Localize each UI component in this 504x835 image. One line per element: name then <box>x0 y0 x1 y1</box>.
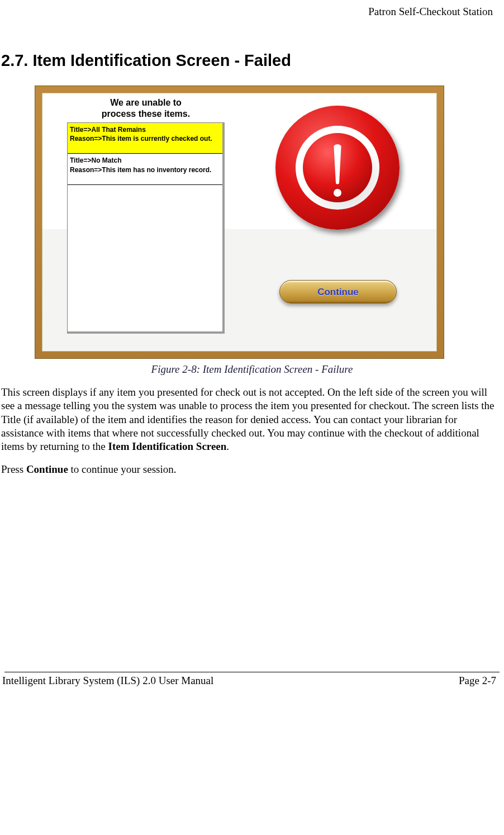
item-reason: Reason=>This item is currently checked o… <box>70 134 220 143</box>
continue-button[interactable]: Continue <box>279 280 397 303</box>
bold-term: Continue <box>26 463 68 475</box>
list-item[interactable]: Title=>No Match Reason=>This item has no… <box>68 154 222 184</box>
figure-caption: Figure 2-8: Item Identification Screen -… <box>0 359 504 386</box>
footer-left: Intelligent Library System (ILS) 2.0 Use… <box>2 675 213 687</box>
bold-term: Item Identification Screen <box>108 440 227 452</box>
unable-to-process-message: We are unable to process these items. <box>67 97 225 122</box>
footer-rule <box>4 672 500 672</box>
body-paragraph-1: This screen displays if any item you pre… <box>0 386 504 463</box>
screenshot-panel: We are unable to process these items. Ti… <box>42 93 437 352</box>
figure: We are unable to process these items. Ti… <box>0 86 504 359</box>
failed-items-list: Title=>All That Remains Reason=>This ite… <box>67 122 225 334</box>
alert-exclamation-icon <box>275 106 400 230</box>
body-paragraph-2: Press Continue to continue your session. <box>0 463 504 672</box>
running-header: Patron Self-Checkout Station <box>0 6 504 51</box>
item-title: Title=>No Match <box>70 156 220 165</box>
section-heading: 2.7. Item Identification Screen - Failed <box>0 51 504 86</box>
list-item[interactable]: Title=>All That Remains Reason=>This ite… <box>68 123 222 154</box>
item-title: Title=>All That Remains <box>70 125 220 134</box>
footer-page-number: Page 2-7 <box>459 675 496 687</box>
item-reason: Reason=>This item has no inventory recor… <box>70 165 220 174</box>
screenshot-frame: We are unable to process these items. Ti… <box>35 86 444 359</box>
